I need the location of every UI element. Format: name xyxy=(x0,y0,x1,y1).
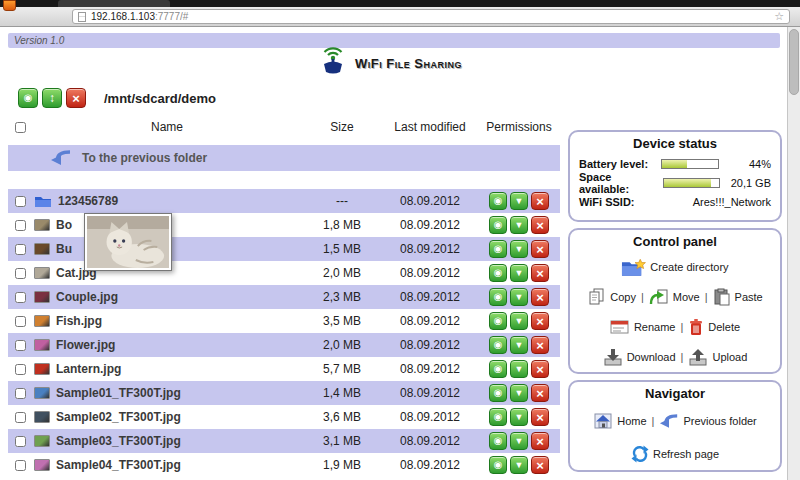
url-input[interactable]: 192.168.1.103 :7777/# ☆ xyxy=(72,9,790,24)
file-size: 3,6 MB xyxy=(302,410,382,424)
row-checkbox[interactable] xyxy=(15,244,26,255)
download-button[interactable]: ▼ xyxy=(510,192,528,210)
delete-button[interactable]: × xyxy=(531,456,549,474)
delete-button[interactable]: × xyxy=(531,360,549,378)
delete-button[interactable]: × xyxy=(531,288,549,306)
column-header-size[interactable]: Size xyxy=(302,120,382,134)
delete-icon: × xyxy=(536,243,544,256)
delete-button[interactable]: × xyxy=(531,312,549,330)
refresh-page-button[interactable]: Refresh page xyxy=(631,445,719,463)
delete-button[interactable]: × xyxy=(531,384,549,402)
view-icon: ◉ xyxy=(494,412,503,422)
column-header-name[interactable]: Name xyxy=(32,120,302,134)
download-button[interactable]: ▼ xyxy=(510,312,528,330)
delete-button[interactable]: × xyxy=(531,240,549,258)
delete-button[interactable]: × xyxy=(531,216,549,234)
logo-row: WiFi File Sharing xyxy=(0,47,780,79)
download-icon: ▼ xyxy=(515,293,524,302)
download-button[interactable]: ▼ xyxy=(510,288,528,306)
file-name[interactable]: Sample02_TF300T.jpg xyxy=(56,410,181,424)
view-button[interactable]: ◉ xyxy=(489,432,507,450)
view-button[interactable]: ◉ xyxy=(489,240,507,258)
home-button[interactable]: Home xyxy=(593,412,646,430)
download-button[interactable]: ▼ xyxy=(510,384,528,402)
url-host: 192.168.1.103 xyxy=(91,11,155,22)
download-button[interactable]: ▼ xyxy=(510,360,528,378)
delete-button[interactable]: × xyxy=(531,408,549,426)
download-button[interactable]: ▼ xyxy=(510,456,528,474)
view-button[interactable]: ◉ xyxy=(489,216,507,234)
row-checkbox[interactable] xyxy=(15,364,26,375)
row-checkbox[interactable] xyxy=(15,388,26,399)
browser-tab[interactable] xyxy=(58,0,170,7)
file-name[interactable]: Flower.jpg xyxy=(56,338,115,352)
create-directory-label: Create directory xyxy=(650,261,728,273)
file-name[interactable]: Lantern.jpg xyxy=(56,362,121,376)
previous-folder-button[interactable]: Previous folder xyxy=(659,413,756,428)
column-header-modified[interactable]: Last modified xyxy=(382,120,478,134)
file-name[interactable]: Couple.jpg xyxy=(56,290,118,304)
vertical-scrollbar[interactable] xyxy=(787,27,800,480)
delete-button[interactable]: × xyxy=(531,336,549,354)
bookmark-star-icon[interactable]: ☆ xyxy=(774,11,784,22)
view-button[interactable]: ◉ xyxy=(489,288,507,306)
view-button[interactable]: ◉ xyxy=(489,312,507,330)
upload-button[interactable]: Upload xyxy=(688,348,747,366)
table-row: 123456789 --- 08.09.2012 ◉ ▼ × xyxy=(8,189,560,213)
view-icon: ◉ xyxy=(494,388,503,398)
row-checkbox[interactable] xyxy=(15,292,26,303)
view-button[interactable]: ◉ xyxy=(489,456,507,474)
view-button[interactable]: ◉ xyxy=(489,264,507,282)
file-name[interactable]: Bo xyxy=(56,218,72,232)
row-checkbox[interactable] xyxy=(15,220,26,231)
rename-button[interactable]: Rename xyxy=(610,319,676,335)
download-button[interactable]: ▼ xyxy=(510,408,528,426)
file-name[interactable]: Sample01_TF300T.jpg xyxy=(56,386,181,400)
row-checkbox[interactable] xyxy=(15,340,26,351)
ssid-row: WiFi SSID: Ares!!!_Network xyxy=(570,192,780,211)
download-button[interactable]: Download xyxy=(603,348,676,366)
scrollbar-thumb[interactable] xyxy=(789,29,799,95)
paste-button[interactable]: Paste xyxy=(713,288,763,306)
file-name[interactable]: Sample03_TF300T.jpg xyxy=(56,434,181,448)
view-button[interactable]: ◉ xyxy=(489,192,507,210)
view-all-button[interactable]: ◉ xyxy=(18,88,38,108)
delete-button[interactable]: Delete xyxy=(688,318,740,336)
delete-icon: × xyxy=(536,387,544,400)
browser-menu-button[interactable] xyxy=(3,0,16,11)
select-all-checkbox[interactable] xyxy=(15,122,26,133)
file-name[interactable]: 123456789 xyxy=(58,194,118,208)
delete-button[interactable]: × xyxy=(531,432,549,450)
file-modified: 08.09.2012 xyxy=(382,218,478,232)
view-button[interactable]: ◉ xyxy=(489,384,507,402)
move-label: Move xyxy=(673,291,700,303)
download-button[interactable]: ▼ xyxy=(510,264,528,282)
file-name[interactable]: Bu xyxy=(56,242,72,256)
sort-button[interactable]: ↕ xyxy=(42,88,62,108)
view-button[interactable]: ◉ xyxy=(489,336,507,354)
file-name[interactable]: Fish.jpg xyxy=(56,314,102,328)
row-checkbox[interactable] xyxy=(15,412,26,423)
copy-button[interactable]: Copy xyxy=(587,288,636,306)
file-thumbnail xyxy=(34,435,50,447)
row-checkbox[interactable] xyxy=(15,268,26,279)
previous-folder-row[interactable]: To the previous folder xyxy=(8,145,560,171)
file-name[interactable]: Sample04_TF300T.jpg xyxy=(56,458,181,472)
download-button[interactable]: ▼ xyxy=(510,336,528,354)
create-directory-button[interactable]: Create directory xyxy=(621,258,728,277)
row-checkbox[interactable] xyxy=(15,196,26,207)
view-button[interactable]: ◉ xyxy=(489,408,507,426)
download-button[interactable]: ▼ xyxy=(510,432,528,450)
table-row: Lantern.jpg 5,7 MB 08.09.2012 ◉ ▼ × xyxy=(8,357,560,381)
delete-button[interactable]: × xyxy=(531,264,549,282)
row-checkbox[interactable] xyxy=(15,316,26,327)
delete-all-button[interactable]: × xyxy=(66,88,86,108)
row-checkbox[interactable] xyxy=(15,460,26,471)
delete-button[interactable]: × xyxy=(531,192,549,210)
view-button[interactable]: ◉ xyxy=(489,360,507,378)
file-size: 1,4 MB xyxy=(302,386,382,400)
download-button[interactable]: ▼ xyxy=(510,240,528,258)
download-button[interactable]: ▼ xyxy=(510,216,528,234)
row-checkbox[interactable] xyxy=(15,436,26,447)
move-button[interactable]: Move xyxy=(649,288,700,306)
